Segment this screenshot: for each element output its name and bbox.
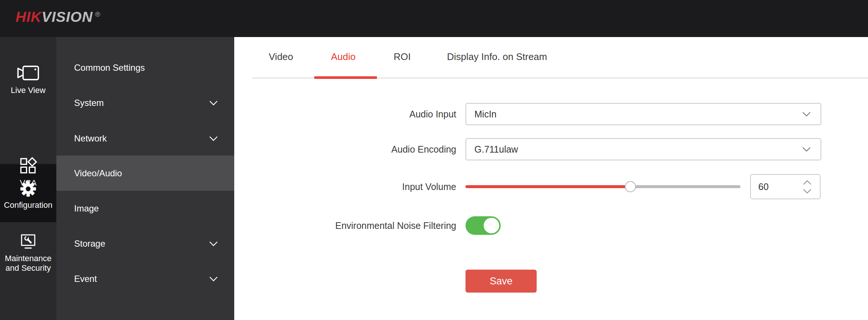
spinner-down-icon[interactable] <box>803 189 812 194</box>
menu-item-label: Common Settings <box>74 63 218 73</box>
input-volume-field[interactable] <box>758 175 799 199</box>
app-window: HIKVISION® Live View VCA <box>0 0 868 320</box>
registered-trademark-icon: ® <box>95 10 100 18</box>
menu-item-video-audio[interactable]: Video/Audio <box>56 156 234 191</box>
audio-encoding-value: G.711ulaw <box>474 144 802 155</box>
audio-input-value: MicIn <box>474 109 802 120</box>
audio-encoding-select[interactable]: G.711ulaw <box>466 138 821 160</box>
tab-roi[interactable]: ROI <box>394 51 411 63</box>
chevron-down-icon <box>209 241 218 246</box>
configuration-menu: Common Settings System Network Video/Aud… <box>56 37 234 320</box>
noise-filtering-toggle[interactable] <box>466 216 501 235</box>
sidebar-item-label: Configuration <box>4 200 53 210</box>
input-volume-slider[interactable] <box>466 174 741 199</box>
chevron-down-icon <box>209 276 218 281</box>
tab-video[interactable]: Video <box>269 51 293 63</box>
spinner-up-icon[interactable] <box>803 180 812 185</box>
menu-item-common-settings[interactable]: Common Settings <box>56 50 234 85</box>
main-content: Video Audio ROI Display Info. on Stream … <box>234 37 868 320</box>
tab-audio[interactable]: Audio <box>331 51 356 63</box>
sidebar-item-label: Live View <box>11 86 46 95</box>
menu-item-image[interactable]: Image <box>56 191 234 226</box>
logo-text-hik: HIK <box>16 9 42 25</box>
noise-filtering-label: Environmental Noise Filtering <box>234 216 456 235</box>
sidebar-item-maintenance-security[interactable]: Maintenanceand Security <box>0 233 56 273</box>
top-bar: HIKVISION® <box>0 0 868 37</box>
menu-item-system[interactable]: System <box>56 85 234 120</box>
input-volume-numbox <box>750 174 821 199</box>
gear-icon <box>20 181 36 197</box>
menu-item-label: Network <box>74 133 209 144</box>
toggle-knob <box>484 218 499 233</box>
sidebar-item-live-view[interactable]: Live View <box>0 64 56 95</box>
sidebar-item-label-line1: Maintenance <box>5 254 52 263</box>
hikvision-logo: HIKVISION® <box>16 9 100 25</box>
chevron-down-icon <box>209 100 218 106</box>
input-volume-spinner <box>803 175 812 199</box>
save-button[interactable]: Save <box>466 270 537 293</box>
menu-item-network[interactable]: Network <box>56 121 234 156</box>
grid-diamond-icon <box>19 157 37 175</box>
sidebar-item-label: Maintenanceand Security <box>5 254 52 273</box>
sidebar-item-configuration[interactable]: Configuration <box>0 181 56 210</box>
menu-item-event[interactable]: Event <box>56 261 234 296</box>
chevron-down-icon <box>802 147 811 152</box>
slider-fill <box>466 185 630 188</box>
slider-handle[interactable] <box>625 181 636 192</box>
input-volume-label: Input Volume <box>234 174 456 199</box>
chevron-down-icon <box>209 136 218 141</box>
chevron-down-icon <box>802 111 811 117</box>
primary-sidebar: Live View VCA <box>0 37 56 320</box>
menu-item-label: Video/Audio <box>74 168 218 179</box>
menu-item-label: Storage <box>74 239 209 249</box>
menu-item-storage[interactable]: Storage <box>56 226 234 261</box>
active-tab-underline <box>314 76 377 79</box>
audio-input-select[interactable]: MicIn <box>466 103 821 125</box>
tab-display-info-on-stream[interactable]: Display Info. on Stream <box>447 51 547 63</box>
audio-encoding-label: Audio Encoding <box>234 138 456 160</box>
monitor-wrench-icon <box>19 233 38 250</box>
logo-text-vision: VISION <box>42 9 93 25</box>
menu-item-label: System <box>74 98 209 108</box>
menu-item-label: Image <box>74 203 218 214</box>
audio-input-label: Audio Input <box>234 103 456 125</box>
video-camera-icon <box>16 64 40 82</box>
sidebar-item-label-line2: and Security <box>6 263 51 273</box>
menu-item-label: Event <box>74 274 209 284</box>
